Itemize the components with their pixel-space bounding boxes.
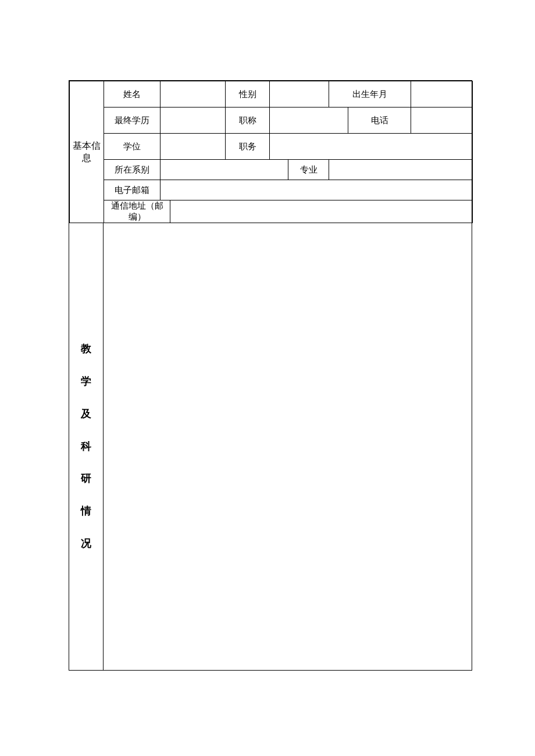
- field-label-title: 职称: [226, 108, 270, 134]
- teaching-label-char: 教: [81, 333, 91, 366]
- teaching-label-char: 及: [81, 398, 91, 431]
- field-label-major: 专业: [288, 160, 329, 180]
- field-value-phone[interactable]: [411, 108, 473, 134]
- teaching-research-section: 教学及科研情况: [69, 223, 472, 671]
- field-label-name: 姓名: [104, 81, 160, 108]
- row-education: 最终学历 职称 电话: [70, 108, 473, 134]
- row-address: 通信地址（邮编）: [70, 200, 473, 223]
- teaching-label-char: 况: [81, 528, 91, 560]
- row-email: 电子邮箱: [70, 180, 473, 200]
- field-value-degree[interactable]: [160, 134, 226, 160]
- field-value-title[interactable]: [270, 108, 348, 134]
- field-value-email[interactable]: [160, 180, 473, 200]
- field-value-department[interactable]: [160, 160, 288, 180]
- field-value-birth[interactable]: [411, 81, 473, 108]
- section-label-teaching-research: 教学及科研情况: [69, 223, 104, 671]
- form-container: 基本信息 姓名 性别 出生年月 最终学历 职称 电话 学位 职务 所在系别 专业: [69, 80, 472, 671]
- field-label-gender: 性别: [226, 81, 270, 108]
- field-value-gender[interactable]: [270, 81, 329, 108]
- field-label-email: 电子邮箱: [104, 180, 160, 200]
- section-label-basic-info: 基本信息: [70, 81, 104, 223]
- field-value-education[interactable]: [160, 108, 226, 134]
- field-label-position: 职务: [226, 134, 270, 160]
- field-value-position[interactable]: [270, 134, 473, 160]
- basic-info-table: 基本信息 姓名 性别 出生年月 最终学历 职称 电话 学位 职务 所在系别 专业: [69, 81, 473, 223]
- row-degree: 学位 职务: [70, 134, 473, 160]
- field-label-degree: 学位: [104, 134, 160, 160]
- field-label-department: 所在系别: [104, 160, 160, 180]
- teaching-label-char: 研: [81, 463, 91, 495]
- field-value-name[interactable]: [160, 81, 226, 108]
- teaching-label-char: 科: [81, 431, 91, 463]
- field-label-address: 通信地址（邮编）: [104, 200, 170, 223]
- teaching-label-char: 学: [81, 366, 91, 398]
- field-label-education: 最终学历: [104, 108, 160, 134]
- field-value-major[interactable]: [329, 160, 473, 180]
- row-department: 所在系别 专业: [70, 160, 473, 180]
- field-label-phone: 电话: [348, 108, 411, 134]
- field-label-birth: 出生年月: [329, 81, 411, 108]
- teaching-label-char: 情: [81, 495, 91, 528]
- row-name: 基本信息 姓名 性别 出生年月: [70, 81, 473, 108]
- teaching-research-content[interactable]: [104, 223, 472, 671]
- field-value-address[interactable]: [170, 200, 473, 223]
